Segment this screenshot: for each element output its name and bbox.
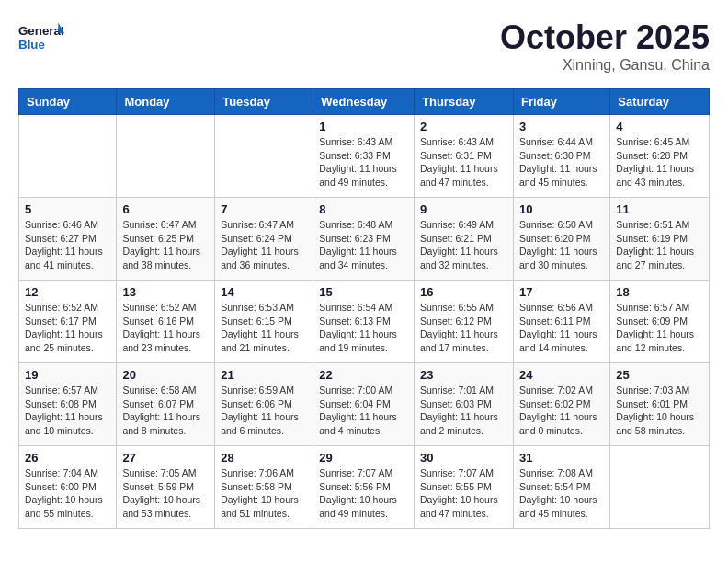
page-header: General Blue October 2025 Xinning, Gansu… xyxy=(18,18,710,74)
title-block: October 2025 Xinning, Gansu, China xyxy=(500,18,710,74)
calendar-cell: 18Sunrise: 6:57 AM Sunset: 6:09 PM Dayli… xyxy=(610,281,710,363)
day-info: Sunrise: 7:03 AM Sunset: 6:01 PM Dayligh… xyxy=(616,384,703,438)
day-number: 2 xyxy=(420,120,507,133)
weekday-header-tuesday: Tuesday xyxy=(215,89,313,115)
calendar-cell: 2Sunrise: 6:43 AM Sunset: 6:31 PM Daylig… xyxy=(415,115,514,198)
day-number: 30 xyxy=(420,451,507,465)
calendar-cell: 25Sunrise: 7:03 AM Sunset: 6:01 PM Dayli… xyxy=(610,363,710,446)
calendar-cell: 15Sunrise: 6:54 AM Sunset: 6:13 PM Dayli… xyxy=(313,281,415,363)
calendar-cell: 24Sunrise: 7:02 AM Sunset: 6:02 PM Dayli… xyxy=(513,363,609,446)
weekday-header-wednesday: Wednesday xyxy=(313,89,415,115)
weekday-header-row: SundayMondayTuesdayWednesdayThursdayFrid… xyxy=(19,89,710,115)
day-number: 26 xyxy=(25,451,110,465)
calendar-week-3: 12Sunrise: 6:52 AM Sunset: 6:17 PM Dayli… xyxy=(19,281,710,363)
day-number: 22 xyxy=(319,368,408,382)
calendar-cell: 20Sunrise: 6:58 AM Sunset: 6:07 PM Dayli… xyxy=(117,363,215,446)
day-info: Sunrise: 6:57 AM Sunset: 6:08 PM Dayligh… xyxy=(25,384,110,438)
day-info: Sunrise: 7:06 AM Sunset: 5:58 PM Dayligh… xyxy=(221,466,307,521)
calendar-table: SundayMondayTuesdayWednesdayThursdayFrid… xyxy=(18,88,710,529)
day-number: 3 xyxy=(519,120,604,133)
day-info: Sunrise: 6:44 AM Sunset: 6:30 PM Dayligh… xyxy=(519,135,604,190)
logo-icon: General Blue xyxy=(18,18,64,55)
calendar-cell: 29Sunrise: 7:07 AM Sunset: 5:56 PM Dayli… xyxy=(313,446,415,529)
calendar-week-1: 1Sunrise: 6:43 AM Sunset: 6:33 PM Daylig… xyxy=(19,115,710,198)
day-number: 16 xyxy=(420,285,507,299)
day-number: 28 xyxy=(221,451,307,465)
day-number: 29 xyxy=(319,451,408,465)
calendar-cell xyxy=(117,115,215,198)
calendar-cell: 13Sunrise: 6:52 AM Sunset: 6:16 PM Dayli… xyxy=(117,281,215,363)
calendar-cell: 22Sunrise: 7:00 AM Sunset: 6:04 PM Dayli… xyxy=(313,363,415,446)
calendar-cell: 3Sunrise: 6:44 AM Sunset: 6:30 PM Daylig… xyxy=(513,115,609,198)
calendar-cell: 14Sunrise: 6:53 AM Sunset: 6:15 PM Dayli… xyxy=(215,281,313,363)
day-info: Sunrise: 6:43 AM Sunset: 6:31 PM Dayligh… xyxy=(420,135,507,190)
day-number: 17 xyxy=(519,285,604,299)
calendar-cell: 11Sunrise: 6:51 AM Sunset: 6:19 PM Dayli… xyxy=(610,198,710,281)
calendar-cell: 31Sunrise: 7:08 AM Sunset: 5:54 PM Dayli… xyxy=(513,446,609,529)
calendar-cell: 8Sunrise: 6:48 AM Sunset: 6:23 PM Daylig… xyxy=(313,198,415,281)
calendar-cell: 26Sunrise: 7:04 AM Sunset: 6:00 PM Dayli… xyxy=(19,446,117,529)
day-info: Sunrise: 6:47 AM Sunset: 6:24 PM Dayligh… xyxy=(221,218,307,272)
calendar-cell: 5Sunrise: 6:46 AM Sunset: 6:27 PM Daylig… xyxy=(19,198,117,281)
calendar-cell xyxy=(610,446,710,529)
day-info: Sunrise: 6:53 AM Sunset: 6:15 PM Dayligh… xyxy=(221,301,307,355)
calendar-cell: 28Sunrise: 7:06 AM Sunset: 5:58 PM Dayli… xyxy=(215,446,313,529)
day-number: 10 xyxy=(519,202,604,216)
calendar-week-5: 26Sunrise: 7:04 AM Sunset: 6:00 PM Dayli… xyxy=(19,446,710,529)
day-info: Sunrise: 6:45 AM Sunset: 6:28 PM Dayligh… xyxy=(616,135,703,190)
day-info: Sunrise: 6:56 AM Sunset: 6:11 PM Dayligh… xyxy=(519,301,604,355)
calendar-cell: 23Sunrise: 7:01 AM Sunset: 6:03 PM Dayli… xyxy=(415,363,514,446)
day-number: 20 xyxy=(122,368,209,382)
day-number: 13 xyxy=(122,285,209,299)
calendar-cell: 1Sunrise: 6:43 AM Sunset: 6:33 PM Daylig… xyxy=(313,115,415,198)
day-number: 21 xyxy=(221,368,307,382)
day-number: 18 xyxy=(616,285,703,299)
day-number: 15 xyxy=(319,285,408,299)
month-title: October 2025 xyxy=(500,18,710,57)
day-info: Sunrise: 6:51 AM Sunset: 6:19 PM Dayligh… xyxy=(616,218,703,272)
day-info: Sunrise: 6:52 AM Sunset: 6:17 PM Dayligh… xyxy=(25,301,110,355)
calendar-cell: 27Sunrise: 7:05 AM Sunset: 5:59 PM Dayli… xyxy=(117,446,215,529)
day-info: Sunrise: 7:05 AM Sunset: 5:59 PM Dayligh… xyxy=(122,466,209,521)
day-number: 27 xyxy=(122,451,209,465)
weekday-header-thursday: Thursday xyxy=(415,89,514,115)
calendar-cell: 10Sunrise: 6:50 AM Sunset: 6:20 PM Dayli… xyxy=(513,198,609,281)
weekday-header-monday: Monday xyxy=(117,89,215,115)
day-info: Sunrise: 7:07 AM Sunset: 5:56 PM Dayligh… xyxy=(319,466,408,521)
day-number: 11 xyxy=(616,202,703,216)
calendar-cell: 7Sunrise: 6:47 AM Sunset: 6:24 PM Daylig… xyxy=(215,198,313,281)
day-number: 31 xyxy=(519,451,604,465)
svg-text:General: General xyxy=(18,24,64,38)
day-number: 25 xyxy=(616,368,703,382)
day-number: 23 xyxy=(420,368,507,382)
calendar-week-2: 5Sunrise: 6:46 AM Sunset: 6:27 PM Daylig… xyxy=(19,198,710,281)
calendar-cell: 6Sunrise: 6:47 AM Sunset: 6:25 PM Daylig… xyxy=(117,198,215,281)
weekday-header-sunday: Sunday xyxy=(19,89,117,115)
day-number: 1 xyxy=(319,120,408,133)
day-info: Sunrise: 6:54 AM Sunset: 6:13 PM Dayligh… xyxy=(319,301,408,355)
day-info: Sunrise: 6:52 AM Sunset: 6:16 PM Dayligh… xyxy=(122,301,209,355)
day-info: Sunrise: 6:49 AM Sunset: 6:21 PM Dayligh… xyxy=(420,218,507,272)
weekday-header-saturday: Saturday xyxy=(610,89,710,115)
day-number: 9 xyxy=(420,202,507,216)
day-info: Sunrise: 7:07 AM Sunset: 5:55 PM Dayligh… xyxy=(420,466,507,521)
day-number: 19 xyxy=(25,368,110,382)
day-number: 12 xyxy=(25,285,110,299)
day-info: Sunrise: 6:46 AM Sunset: 6:27 PM Dayligh… xyxy=(25,218,110,272)
calendar-cell: 19Sunrise: 6:57 AM Sunset: 6:08 PM Dayli… xyxy=(19,363,117,446)
day-info: Sunrise: 6:50 AM Sunset: 6:20 PM Dayligh… xyxy=(519,218,604,272)
day-number: 5 xyxy=(25,202,110,216)
day-info: Sunrise: 7:08 AM Sunset: 5:54 PM Dayligh… xyxy=(519,466,604,521)
day-info: Sunrise: 7:00 AM Sunset: 6:04 PM Dayligh… xyxy=(319,384,408,438)
weekday-header-friday: Friday xyxy=(513,89,609,115)
day-info: Sunrise: 7:04 AM Sunset: 6:00 PM Dayligh… xyxy=(25,466,110,521)
day-info: Sunrise: 6:58 AM Sunset: 6:07 PM Dayligh… xyxy=(122,384,209,438)
day-info: Sunrise: 6:47 AM Sunset: 6:25 PM Dayligh… xyxy=(122,218,209,272)
calendar-week-4: 19Sunrise: 6:57 AM Sunset: 6:08 PM Dayli… xyxy=(19,363,710,446)
calendar-cell: 17Sunrise: 6:56 AM Sunset: 6:11 PM Dayli… xyxy=(513,281,609,363)
day-number: 14 xyxy=(221,285,307,299)
day-number: 8 xyxy=(319,202,408,216)
svg-text:Blue: Blue xyxy=(18,38,45,52)
calendar-cell: 12Sunrise: 6:52 AM Sunset: 6:17 PM Dayli… xyxy=(19,281,117,363)
day-info: Sunrise: 7:01 AM Sunset: 6:03 PM Dayligh… xyxy=(420,384,507,438)
